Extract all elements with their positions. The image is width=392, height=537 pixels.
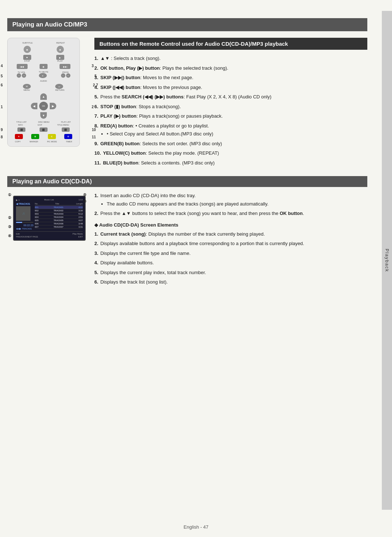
cd-track-row-1: 001 TRACK01 4:02 bbox=[35, 206, 83, 209]
instr-6-text: : Stops a track(song). bbox=[136, 104, 181, 109]
instr-10: 10. YELLOW(C) button: Selects the play m… bbox=[94, 150, 367, 157]
nav-left[interactable]: ◀ bbox=[31, 103, 37, 109]
instr-1-num: 1. bbox=[94, 56, 98, 61]
cd-t3-no: 003 bbox=[35, 213, 38, 215]
annot-5b: 5 bbox=[94, 74, 97, 78]
prog-plus[interactable]: + bbox=[66, 73, 70, 78]
blue-btn[interactable]: D bbox=[64, 134, 72, 139]
menu-return-row: M MENU ↩ RETURN bbox=[11, 84, 77, 91]
play-btn[interactable]: ▶ bbox=[56, 55, 64, 60]
remote-column: 4 5 6 1 9 8 3 5 2,7 2 10 11 bbox=[7, 38, 87, 169]
cd-annot-3: ③ bbox=[8, 225, 11, 229]
cd-topbar-title: Music List bbox=[44, 199, 54, 201]
cd-prev-next-label: PREVIOUS/NEXT PAGE bbox=[16, 236, 38, 238]
instr-8-sub-1: • Select Copy and Select All button.(MP3… bbox=[107, 130, 367, 138]
cd-t4-no: 004 bbox=[35, 216, 38, 218]
tvmute-btn[interactable]: ✕ bbox=[39, 73, 47, 78]
cd-t2-title: TRACK02 bbox=[54, 209, 64, 212]
cd-track-list: No. Title Length 001 TRACK01 4:02 bbox=[35, 203, 83, 230]
play-list-label: PLAY LIST bbox=[61, 121, 71, 123]
title-list-btn[interactable]: ⬛ bbox=[17, 127, 25, 132]
instr-3-bold: SKIP (▶▶|) button bbox=[100, 75, 140, 80]
skip-next-btn[interactable]: ▶▶| bbox=[60, 64, 70, 69]
screen-elements-section: ◆ Audio CD(CD-DA) Screen Elements 1. Cur… bbox=[94, 222, 367, 286]
subsection1-header: Buttons on the Remote Control used for A… bbox=[94, 38, 367, 50]
section2-layout: ① ② ③ ④ ⑤ ⑥ ▶ 1 Music List 1/10 bbox=[7, 192, 367, 288]
nav-cluster-wrapper: ▲ ▼ ◀ ▶ OK bbox=[11, 93, 77, 119]
instr-6-bold: STOP (▮) button bbox=[100, 104, 136, 109]
instr-2-text: : Plays the selected track (song). bbox=[160, 65, 228, 71]
play-list-btn[interactable]: ⬛ bbox=[62, 127, 70, 132]
nav-right[interactable]: ▶ bbox=[50, 103, 56, 109]
cd-track-row-2: 002 TRACK02 3:30 bbox=[35, 209, 83, 212]
instr2-1: 1. Insert an audio CD (CD-DA) into the d… bbox=[94, 192, 367, 207]
instr2-2: 2. Press the ▲▼ buttons to select the tr… bbox=[94, 210, 367, 217]
instr-11-num: 11. bbox=[94, 160, 101, 166]
disc-menu-btn[interactable]: ⬛ bbox=[40, 127, 48, 132]
instr2-1-num: 1. bbox=[94, 193, 98, 198]
nav-up[interactable]: ▲ bbox=[40, 93, 47, 100]
picmode-label: PIC MODE bbox=[47, 141, 57, 143]
tvvol-minus[interactable]: − bbox=[17, 73, 21, 78]
annot-27: 2,7 bbox=[93, 83, 98, 87]
skip-search-btn[interactable]: ◉ bbox=[40, 64, 48, 69]
instr-8-sub: • Select Copy and Select All button.(MP3… bbox=[102, 130, 367, 138]
se-2-text: Displays available buttons and a playbac… bbox=[100, 241, 304, 246]
instr2-2-text: Press the ▲▼ buttons to select the track… bbox=[100, 211, 304, 216]
red-btn[interactable]: A bbox=[15, 134, 23, 139]
cd-t4-len: 2:51 bbox=[78, 216, 83, 218]
return-btn[interactable]: ↩ bbox=[55, 84, 63, 89]
nav-ok[interactable]: OK bbox=[39, 102, 48, 110]
cd-t6-no: 006 bbox=[35, 223, 38, 225]
annot-9: 9 bbox=[1, 128, 3, 132]
menu-btn[interactable]: M bbox=[23, 84, 31, 89]
cd-t5-title: TRACK05 bbox=[54, 219, 64, 221]
se-1: 1. Current track (song): Displays the nu… bbox=[94, 231, 367, 238]
se-1-text: : Displays the number of the track curre… bbox=[146, 231, 265, 237]
cd-track-row-5: 005 TRACK05 4:07 bbox=[35, 219, 83, 222]
cd-t5-len: 4:07 bbox=[78, 219, 83, 221]
yellow-btn[interactable]: C bbox=[48, 134, 56, 139]
cd-t2-len: 3:30 bbox=[78, 209, 83, 212]
instr-5-num: 5. bbox=[94, 94, 98, 99]
instr-1: 1. ▲▼ : Selects a track (song). bbox=[94, 55, 367, 62]
cd-t1-len: 4:02 bbox=[78, 206, 83, 208]
stop-btn[interactable]: ■ bbox=[23, 55, 31, 60]
cd-progress-fill bbox=[16, 222, 22, 223]
instructions-list-2: 1. Insert an audio CD (CD-DA) into the d… bbox=[94, 192, 367, 217]
annot-6: 6 bbox=[1, 83, 3, 87]
cd-bottom-bar: Edit Play Mode bbox=[16, 231, 83, 235]
skip-prev-btn[interactable]: |◀◀ bbox=[17, 64, 28, 69]
cd-exit-label: EXIT bbox=[78, 236, 83, 238]
instr-9-text: : Selects the sort order. (MP3 disc only… bbox=[140, 141, 222, 146]
se-4-text: Display available buttons. bbox=[100, 260, 154, 265]
cd-annot-6: ⑥ bbox=[83, 199, 86, 203]
instr-4: 4. SKIP (|◀◀) button: Moves to the previ… bbox=[94, 84, 367, 91]
cd-t3-len: 5:12 bbox=[78, 213, 83, 215]
green-btn[interactable]: B bbox=[31, 134, 39, 139]
repeat-btn[interactable]: ◉ bbox=[57, 46, 64, 53]
info-label: INFO bbox=[18, 124, 23, 126]
cd-track-row-4: 004 TRACK04 2:51 bbox=[35, 216, 83, 219]
instr-6: 6. STOP (▮) button: Stops a track(song). bbox=[94, 103, 367, 110]
instr2-1-sub: The audio CD menu appears and the tracks… bbox=[102, 200, 367, 208]
se-3: 3. Displays the current file type and fi… bbox=[94, 250, 367, 257]
cd-screen-annotated: ① ② ③ ④ ⑤ ⑥ ▶ 1 Music List 1/10 bbox=[7, 192, 87, 241]
subtitle-btn[interactable]: ◉ bbox=[24, 46, 31, 53]
cd-col-length: Length bbox=[76, 203, 83, 205]
annot-5: 5 bbox=[1, 74, 3, 78]
se-1-bold: Current track (song) bbox=[100, 231, 146, 237]
instr-3: 3. SKIP (▶▶|) button: Moves to the next … bbox=[94, 74, 367, 81]
section2-instructions: 1. Insert an audio CD (CD-DA) into the d… bbox=[94, 192, 367, 288]
skip-row: |◀◀ ◉ ▶▶| bbox=[11, 64, 77, 69]
nav-down[interactable]: ▼ bbox=[40, 112, 47, 119]
annot-4: 4 bbox=[1, 64, 3, 68]
tvvol-plus[interactable]: + bbox=[22, 73, 26, 78]
tv-vol-row: TV VOL − + TV MUTE ✕ P bbox=[11, 71, 77, 78]
timer-label: TIMER bbox=[66, 141, 72, 143]
prog-minus[interactable]: − bbox=[61, 73, 65, 78]
instructions-list-1: 1. ▲▼ : Selects a track (song). 2. OK bu… bbox=[94, 55, 367, 166]
se-5-num: 5. bbox=[94, 270, 98, 275]
se-6-text: Displays the track list (song list). bbox=[100, 279, 168, 285]
instr-8: 8. RED(A) button: • Creates a playlist o… bbox=[94, 122, 367, 138]
